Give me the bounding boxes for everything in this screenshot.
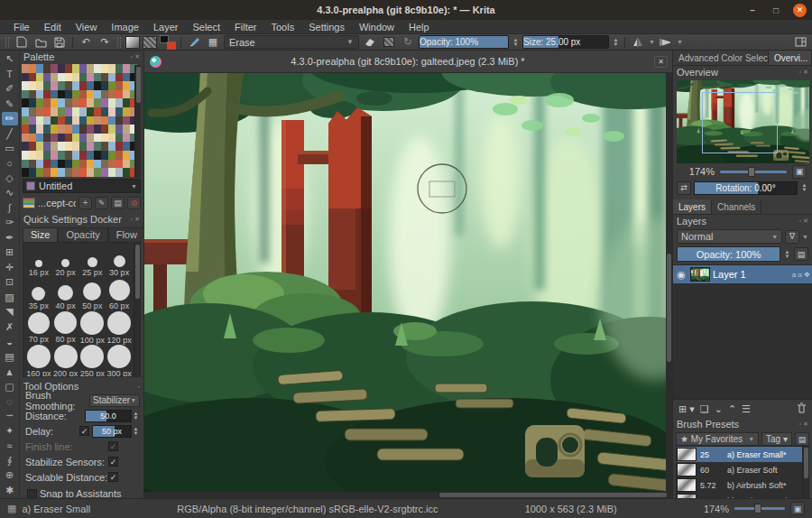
palette-swatch[interactable] — [115, 160, 123, 169]
layer-properties-button[interactable]: ☰ — [742, 403, 751, 415]
palette-swatch[interactable] — [22, 98, 29, 107]
palette-swatch[interactable] — [94, 107, 101, 116]
tag-button[interactable]: Tag ▾ — [761, 432, 792, 446]
palette-swatch[interactable] — [65, 73, 72, 82]
palette-swatch[interactable] — [58, 98, 65, 107]
palette-swatch[interactable] — [87, 168, 94, 177]
layer-style-icon[interactable]: ❖ — [804, 271, 810, 279]
palette-swatch[interactable] — [94, 151, 101, 160]
palette-swatch[interactable] — [51, 81, 58, 90]
palette-swatch[interactable] — [36, 64, 43, 73]
layer-row[interactable]: ◉ Layer 1 a α ❖ — [673, 265, 812, 283]
rect-select-tool[interactable]: ▢ — [2, 379, 18, 393]
palette-swatch[interactable] — [101, 142, 108, 151]
tab-size[interactable]: Size — [23, 227, 58, 242]
palette-swatch[interactable] — [22, 90, 29, 99]
palette-swatch[interactable] — [101, 116, 108, 125]
palette-swatch[interactable] — [108, 160, 115, 169]
palette-swatch[interactable] — [43, 116, 51, 125]
palette-swatch[interactable] — [58, 73, 65, 82]
size-preset[interactable]: 20 px — [52, 245, 79, 278]
palette-swatch[interactable] — [87, 64, 94, 73]
edit-shapes-tool[interactable]: ✐ — [2, 82, 18, 96]
multibrush-tool[interactable]: ✒ — [2, 231, 18, 245]
palette-swatch[interactable] — [36, 134, 43, 143]
dynamic-brush-tool[interactable]: ✑ — [2, 216, 18, 229]
palette-swatch[interactable] — [36, 107, 43, 116]
opacity-slider[interactable]: Opacity: 100% — [419, 35, 509, 49]
overview-docker-header[interactable]: Overview ▫✕ — [673, 66, 812, 79]
layer-opacity-slider[interactable]: Opacity: 100% — [677, 246, 780, 262]
palette-swatch[interactable] — [123, 134, 130, 143]
size-preset[interactable]: 40 px — [52, 278, 79, 311]
palette-swatch[interactable] — [58, 142, 65, 151]
size-preset[interactable]: 80 px — [52, 311, 79, 345]
rotation-slider[interactable]: Rotation: 0.00° — [694, 181, 798, 195]
palette-swatch[interactable] — [101, 168, 108, 177]
palette-swatch[interactable] — [36, 125, 43, 134]
gradient-tool[interactable]: ▨ — [2, 291, 18, 304]
palette-swatch[interactable] — [101, 73, 108, 82]
palette-swatch[interactable] — [123, 116, 130, 125]
palette-swatch[interactable] — [22, 134, 29, 143]
palette-swatch[interactable] — [51, 98, 58, 107]
palette-swatch[interactable] — [29, 151, 36, 160]
magnetic-select-tool[interactable]: ≈ — [2, 439, 18, 452]
close-docker-icon[interactable]: ✕ — [803, 217, 808, 225]
palette-swatch[interactable] — [36, 168, 43, 177]
float-docker-icon[interactable]: ▫ — [799, 217, 801, 225]
palette-swatch[interactable] — [43, 107, 51, 116]
size-preset[interactable]: 300 px — [106, 345, 133, 377]
palette-swatch[interactable] — [72, 142, 79, 151]
palette-swatch[interactable] — [72, 73, 79, 82]
palette-swatch[interactable] — [51, 151, 58, 160]
palette-swatch[interactable] — [43, 151, 51, 160]
brush-preset-combo[interactable]: Erase▼ — [224, 35, 359, 49]
palette-swatch[interactable] — [36, 98, 43, 107]
workspace-chooser-icon[interactable] — [792, 35, 808, 50]
palette-swatch[interactable] — [72, 90, 79, 99]
canvas-horizontal-scrollbar[interactable] — [144, 492, 672, 498]
palette-swatch[interactable] — [58, 107, 65, 116]
palette-swatch[interactable] — [58, 64, 65, 73]
menu-item[interactable]: File — [7, 22, 36, 32]
palette-current-color-row[interactable]: Untitled ▼ — [23, 179, 141, 193]
palette-swatch[interactable] — [123, 64, 130, 73]
palette-swatch[interactable] — [108, 134, 115, 143]
palette-swatch[interactable] — [65, 107, 72, 116]
blend-mode-combo[interactable]: Normal ▼ — [677, 229, 782, 244]
palette-swatch[interactable] — [94, 116, 101, 125]
close-button[interactable]: ✕ — [793, 4, 807, 17]
layer-filter-icon[interactable]: ∇ — [785, 230, 799, 244]
size-grid-scrollbar[interactable] — [134, 243, 140, 376]
palette-swatch[interactable] — [58, 151, 65, 160]
palette-swatch[interactable] — [29, 142, 36, 151]
palette-swatch[interactable] — [94, 168, 101, 177]
color-sampler-tool[interactable]: ◥ — [2, 305, 18, 319]
palette-swatch[interactable] — [79, 151, 87, 160]
open-document-icon[interactable] — [32, 35, 49, 50]
palette-swatch[interactable] — [123, 160, 130, 169]
palette-scrollbar[interactable] — [134, 65, 141, 178]
similar-select-tool[interactable]: ✦ — [2, 424, 18, 438]
finish-line-checkbox[interactable]: ✓ — [108, 441, 118, 451]
palette-swatch[interactable] — [51, 160, 58, 169]
size-preset[interactable]: 16 px — [25, 245, 52, 278]
menu-item[interactable]: Tools — [265, 22, 301, 32]
palette-swatch[interactable] — [36, 160, 43, 169]
palette-swatch[interactable] — [79, 73, 87, 82]
palette-swatch[interactable] — [101, 107, 108, 116]
menu-item[interactable]: Settings — [302, 22, 351, 32]
palette-swatch[interactable] — [22, 125, 29, 134]
polyline-tool[interactable]: ∿ — [2, 186, 18, 199]
palette-swatch[interactable] — [108, 98, 115, 107]
palette-swatch[interactable] — [29, 73, 36, 82]
size-preset[interactable]: 35 px — [25, 278, 52, 311]
palette-swatch[interactable] — [115, 107, 123, 116]
palette-swatch[interactable] — [123, 107, 130, 116]
palette-swatch[interactable] — [101, 125, 108, 134]
menu-item[interactable]: View — [69, 22, 104, 32]
size-preset[interactable]: 70 px — [25, 311, 52, 345]
size-preset[interactable]: 100 px — [79, 311, 106, 345]
palette-swatch[interactable] — [87, 125, 94, 134]
